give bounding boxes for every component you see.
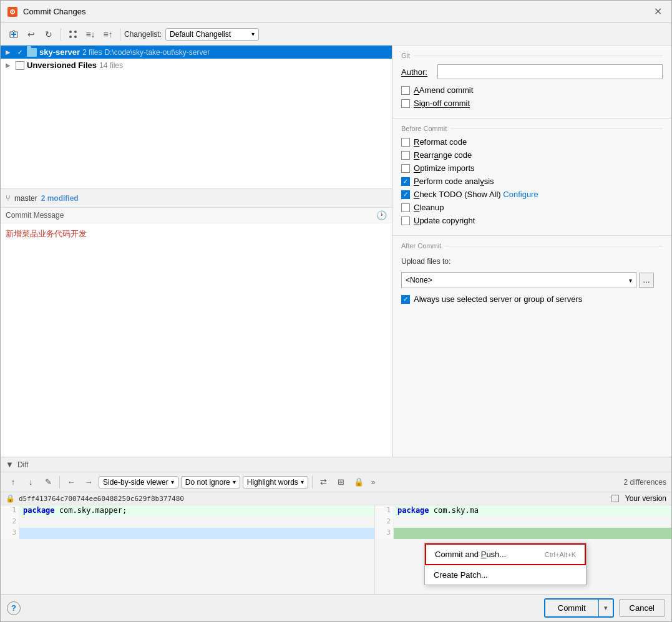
svg-point-4 (69, 36, 72, 38)
git-section-title: Git (401, 52, 410, 59)
lock-icon: 🔒 (6, 494, 15, 503)
diff-row-right-1: 1 package com.sky.ma (375, 505, 671, 517)
highlight-selected: Highlight words (247, 478, 298, 487)
create-patch-label: Create Patch... (434, 570, 488, 580)
main-window: ⚙ Commit Changes ✕ ↩ ↻ ≡↓ ≡↑ Changelist:… (0, 0, 672, 622)
your-version-label: Your version (625, 494, 666, 503)
toolbar: ↩ ↻ ≡↓ ≡↑ Changelist: Default Changelist… (1, 23, 671, 46)
popup-menu: Commit and Push... Ctrl+Alt+K Create Pat… (424, 543, 587, 585)
amend-commit-label: AAmend commit (414, 85, 473, 95)
configure-link[interactable]: Configure (503, 190, 538, 199)
perform-analysis-checkbox[interactable]: ✓ (401, 177, 410, 186)
expand-icon: ▶ (6, 49, 14, 56)
check-todo-checkbox[interactable]: ✓ (401, 190, 410, 199)
sign-off-checkbox[interactable] (401, 99, 410, 108)
commit-and-push-item[interactable]: Commit and Push... Ctrl+Alt+K (425, 543, 586, 565)
changelist-label: Changelist: (124, 30, 162, 39)
diff-separator-1 (59, 476, 60, 488)
highlight-dropdown[interactable]: Highlight words ▾ (243, 476, 308, 488)
update-button[interactable]: ↻ (41, 26, 57, 42)
author-row: Author: (401, 64, 663, 79)
line-content (394, 517, 671, 528)
diff-prev-button[interactable]: ↑ (6, 475, 21, 490)
commit-message-header: Commit Message 🕐 (1, 208, 392, 223)
tree-checkbox-unversioned[interactable] (16, 61, 24, 70)
viewer-dropdown[interactable]: Side-by-side viewer ▾ (99, 476, 178, 488)
commit-dropdown-arrow[interactable]: ▾ (599, 600, 613, 616)
separator-2 (120, 28, 120, 41)
cancel-button[interactable]: Cancel (619, 599, 665, 617)
viewer-selected: Side-by-side viewer (103, 478, 168, 487)
optimize-imports-row: Optimize imports (401, 163, 663, 173)
refresh-button[interactable]: ↩ (23, 26, 39, 42)
folder-icon (27, 48, 37, 57)
uncheck-all-button[interactable]: ≡↑ (100, 26, 116, 42)
tree-checkbox-sky-server[interactable]: ✓ (16, 48, 24, 57)
diff-lock-button[interactable]: 🔒 (351, 475, 366, 490)
rearrange-code-label: Rearrange code (414, 150, 472, 160)
line-num: 1 (1, 505, 19, 517)
line-content: package com.sky.mapper; (19, 505, 374, 517)
diff-edit-button[interactable]: ✎ (41, 475, 56, 490)
cleanup-checkbox[interactable] (401, 203, 410, 212)
optimize-imports-checkbox[interactable] (401, 164, 410, 173)
help-button[interactable]: ? (7, 601, 21, 615)
upload-dropdown[interactable]: <None> ▾ (401, 272, 636, 288)
main-area: ▶ ✓ sky-server 2 files D:\code\sky-take-… (1, 46, 671, 457)
diff-next-button[interactable]: ↓ (23, 475, 38, 490)
changelist-dropdown[interactable]: Default Changelist ▾ (165, 28, 259, 41)
create-patch-item[interactable]: Create Patch... (425, 565, 586, 585)
tree-item-unversioned-count: 14 files (99, 61, 123, 70)
line-content (19, 528, 374, 539)
ignore-selected: Do not ignore (185, 478, 230, 487)
always-use-checkbox[interactable]: ✓ (401, 295, 410, 304)
diff-forward-button[interactable]: → (81, 475, 96, 490)
commit-message-input[interactable] (1, 223, 392, 457)
svg-point-3 (74, 31, 77, 33)
diff-row-left-2: 2 (1, 517, 374, 528)
rearrange-code-checkbox[interactable] (401, 151, 410, 160)
diff-row-right-3: 3 (375, 528, 671, 539)
diff-include-checkbox[interactable] (611, 495, 619, 502)
svg-text:⚙: ⚙ (9, 8, 16, 16)
check-todo-row: ✓ Check TODO (Show All) Configure (401, 190, 663, 199)
move-button[interactable] (65, 26, 81, 42)
commit-button[interactable]: Commit (545, 600, 599, 616)
reformat-code-checkbox[interactable] (401, 138, 410, 147)
diff-toolbar: ↑ ↓ ✎ ← → Side-by-side viewer ▾ Do not i… (1, 472, 671, 492)
diff-row-left-1: 1 package com.sky.mapper; (1, 505, 374, 517)
diff-hash: d5ff413764c700744ee60488250c629f8b377480 (19, 495, 184, 503)
diff-left-panel: 1 package com.sky.mapper; 2 3 (1, 505, 375, 594)
tree-item-sky-server[interactable]: ▶ ✓ sky-server 2 files D:\code\sky-take-… (1, 46, 392, 59)
right-panel: Git Author: AAmend commit Sign-off commi… (392, 46, 671, 457)
changelist-value: Default Changelist (170, 30, 231, 39)
author-input[interactable] (437, 64, 663, 79)
amend-commit-checkbox[interactable] (401, 86, 410, 95)
tree-item-count: 2 files (82, 48, 102, 57)
update-copyright-checkbox[interactable] (401, 216, 410, 225)
diff-header: ▼ Diff (1, 457, 671, 472)
diff-columns-button[interactable]: ⊞ (334, 475, 349, 490)
upload-value: <None> (406, 276, 432, 284)
update-copyright-label: Update copyright (414, 216, 475, 225)
before-commit-title: Before Commit (401, 125, 447, 132)
clock-icon[interactable]: 🕐 (376, 210, 387, 220)
tree-item-unversioned[interactable]: ▶ Unversioned Files 14 files (1, 59, 392, 72)
chevron-down-icon-5: ▾ (301, 479, 304, 485)
close-button[interactable]: ✕ (650, 4, 665, 19)
diff-back-button[interactable]: ← (64, 475, 79, 490)
ignore-dropdown[interactable]: Do not ignore ▾ (181, 476, 240, 488)
add-button[interactable] (6, 26, 22, 42)
svg-point-5 (74, 36, 77, 38)
cleanup-row: Cleanup (401, 203, 663, 212)
expand-icon-2: ▶ (6, 62, 14, 69)
line-num: 3 (1, 528, 19, 539)
after-commit-title: After Commit (401, 242, 441, 250)
chevron-down-icon-2: ▾ (629, 277, 632, 284)
chevron-down-icon: ▾ (251, 31, 255, 37)
diff-file-info: 🔒 d5ff413764c700744ee60488250c629f8b3774… (1, 492, 671, 505)
diff-sync-button[interactable]: ⇄ (316, 475, 331, 490)
upload-more-button[interactable]: … (639, 273, 654, 288)
check-all-button[interactable]: ≡↓ (82, 26, 99, 42)
commit-push-shortcut: Ctrl+Alt+K (545, 551, 576, 558)
